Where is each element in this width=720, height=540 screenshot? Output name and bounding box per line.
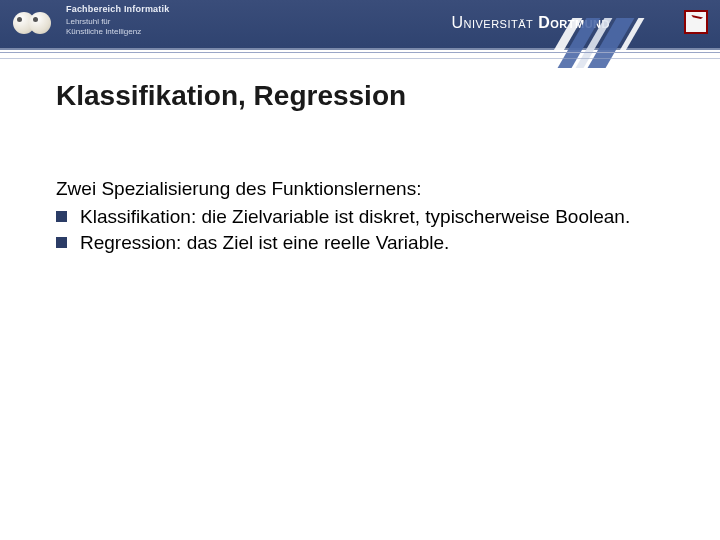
department-block: Fachbereich Informatik Lehrstuhl für Kün… bbox=[66, 4, 169, 37]
bullet-list: Klassifikation: die Zielvariable ist dis… bbox=[56, 204, 664, 256]
slide-page: Fachbereich Informatik Lehrstuhl für Kün… bbox=[0, 0, 720, 540]
department-line: Fachbereich Informatik bbox=[66, 4, 169, 15]
divider-line bbox=[0, 58, 720, 59]
slide-title: Klassifikation, Regression bbox=[56, 80, 406, 112]
university-main: Dortmund bbox=[538, 14, 610, 31]
slide-content: Zwei Spezialisierung des Funktionslernen… bbox=[56, 176, 664, 256]
department-line: Lehrstuhl für bbox=[66, 17, 169, 27]
logo-brains-icon bbox=[0, 0, 60, 46]
divider-line bbox=[0, 52, 720, 53]
corner-square-icon bbox=[684, 10, 708, 34]
slide-header: Fachbereich Informatik Lehrstuhl für Kün… bbox=[0, 0, 720, 50]
university-prefix: Universität bbox=[451, 14, 533, 31]
intro-text: Zwei Spezialisierung des Funktionslernen… bbox=[56, 176, 664, 202]
university-name: Universität Dortmund bbox=[451, 14, 610, 32]
list-item: Klassifikation: die Zielvariable ist dis… bbox=[56, 204, 664, 230]
list-item: Regression: das Ziel ist eine reelle Var… bbox=[56, 230, 664, 256]
brain-icon bbox=[29, 12, 51, 34]
department-line: Künstliche Intelligenz bbox=[66, 27, 169, 37]
